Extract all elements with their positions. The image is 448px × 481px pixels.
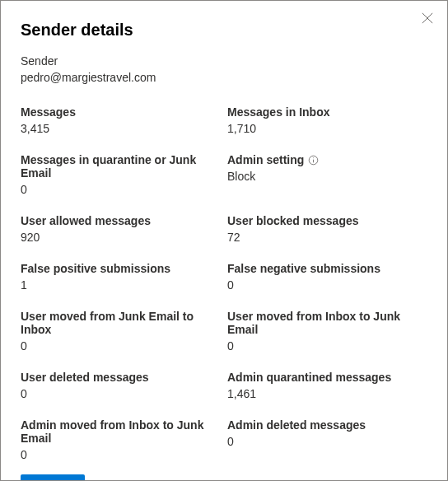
metric-value: 920 xyxy=(21,231,221,244)
metric-false-positive: False positive submissions 1 xyxy=(21,262,221,292)
metric-value: 1 xyxy=(21,278,221,292)
page-title: Sender details xyxy=(21,21,427,40)
metric-value: 1,710 xyxy=(227,122,427,135)
metric-value: 0 xyxy=(21,339,221,353)
metric-messages-quarantine-junk: Messages in quarantine or Junk Email 0 xyxy=(21,153,221,196)
metric-user-deleted: User deleted messages 0 xyxy=(21,371,221,400)
metric-admin-moved-inbox-to-junk: Admin moved from Inbox to Junk Email 0 xyxy=(21,418,221,461)
metric-value: 0 xyxy=(21,448,221,461)
metric-value: Block xyxy=(227,170,427,183)
metric-label: Admin setting xyxy=(227,153,427,166)
close-button[interactable]: Close xyxy=(21,474,85,481)
metric-label: Admin deleted messages xyxy=(227,418,427,432)
metric-label: Messages xyxy=(21,105,221,119)
sender-block: Sender pedro@margiestravel.com xyxy=(21,54,427,84)
metric-value: 72 xyxy=(227,231,427,244)
metric-label: User deleted messages xyxy=(21,371,221,384)
metric-value: 0 xyxy=(227,278,427,292)
metric-label: False positive submissions xyxy=(21,262,221,275)
metric-label: User moved from Junk Email to Inbox xyxy=(21,310,221,336)
metric-value: 0 xyxy=(227,339,427,353)
metric-user-allowed: User allowed messages 920 xyxy=(21,214,221,244)
metric-value: 1,461 xyxy=(227,387,427,400)
metrics-grid: Messages 3,415 Messages in Inbox 1,710 M… xyxy=(21,105,427,461)
sender-value: pedro@margiestravel.com xyxy=(21,71,427,84)
close-icon xyxy=(422,12,433,26)
metric-messages: Messages 3,415 xyxy=(21,105,221,135)
sender-details-panel: Sender details Sender pedro@margiestrave… xyxy=(1,1,447,480)
sender-label: Sender xyxy=(21,54,427,68)
metric-value: 0 xyxy=(21,183,221,196)
metric-admin-deleted: Admin deleted messages 0 xyxy=(227,418,427,461)
close-icon-button[interactable] xyxy=(419,11,436,27)
metric-admin-quarantined: Admin quarantined messages 1,461 xyxy=(227,371,427,400)
footer: Close xyxy=(21,474,427,481)
metric-label: User moved from Inbox to Junk Email xyxy=(227,310,427,336)
metric-user-moved-inbox-to-junk: User moved from Inbox to Junk Email 0 xyxy=(227,310,427,353)
metric-admin-setting: Admin setting Block xyxy=(227,153,427,196)
metric-label: User blocked messages xyxy=(227,214,427,227)
metric-user-moved-junk-to-inbox: User moved from Junk Email to Inbox 0 xyxy=(21,310,221,353)
metric-value: 3,415 xyxy=(21,122,221,135)
info-icon[interactable] xyxy=(307,154,319,166)
metric-label: False negative submissions xyxy=(227,262,427,275)
metric-label-text: Admin setting xyxy=(227,153,304,166)
metric-label: Messages in quarantine or Junk Email xyxy=(21,153,221,180)
metric-value: 0 xyxy=(227,435,427,448)
metric-value: 0 xyxy=(21,387,221,400)
metric-label: Admin quarantined messages xyxy=(227,371,427,384)
metric-label: Messages in Inbox xyxy=(227,105,427,119)
metric-label: Admin moved from Inbox to Junk Email xyxy=(21,418,221,445)
metric-messages-in-inbox: Messages in Inbox 1,710 xyxy=(227,105,427,135)
metric-false-negative: False negative submissions 0 xyxy=(227,262,427,292)
metric-label: User allowed messages xyxy=(21,214,221,227)
metric-user-blocked: User blocked messages 72 xyxy=(227,214,427,244)
svg-point-4 xyxy=(313,157,314,158)
